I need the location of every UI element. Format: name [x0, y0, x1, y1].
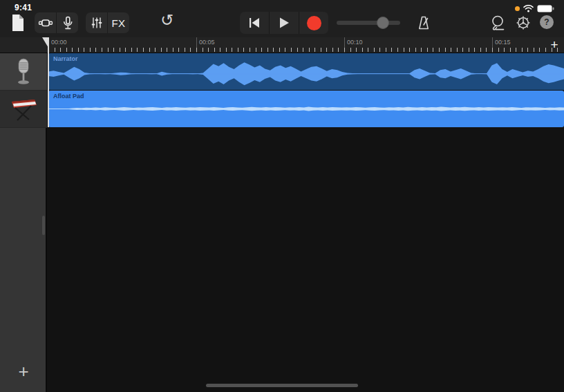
ruler-tick — [451, 48, 451, 52]
track-header-afloat-pad[interactable] — [0, 91, 47, 128]
ruler-tick — [527, 48, 528, 52]
ruler-tick — [66, 48, 67, 52]
recorder-view-icon — [37, 15, 54, 31]
ruler-tick — [534, 48, 534, 52]
ruler-tick — [125, 48, 126, 52]
add-section-button[interactable]: + — [548, 37, 561, 53]
ruler-tick — [445, 48, 446, 52]
plus-icon: + — [18, 361, 28, 382]
playhead-flag-icon[interactable] — [42, 37, 48, 48]
fx-button[interactable]: FX — [107, 12, 129, 33]
ruler-tick — [72, 48, 73, 52]
vintage-microphone-icon — [13, 57, 34, 87]
ruler-tick — [196, 48, 197, 52]
garageband-app: 9:41 — [0, 0, 564, 392]
microphone-toolbar-icon — [59, 15, 76, 31]
ruler-tick — [344, 48, 345, 52]
my-songs-button[interactable] — [8, 13, 28, 32]
rewind-icon — [247, 17, 261, 29]
ruler-tick — [421, 48, 422, 52]
ruler-time-label: 00:10 — [347, 39, 363, 46]
ruler-tick — [539, 48, 540, 52]
ruler-tick — [480, 48, 481, 52]
ruler-tick — [409, 48, 410, 52]
ruler-tick — [60, 48, 61, 52]
record-mic-button[interactable] — [56, 12, 78, 33]
track-controls-button[interactable] — [86, 12, 107, 33]
loop-browser-button[interactable] — [489, 14, 507, 32]
fx-label: FX — [111, 17, 125, 29]
ruler-tick — [433, 48, 433, 52]
ruler-tick — [102, 48, 102, 52]
ruler-tick — [516, 48, 516, 52]
ruler-tick — [167, 48, 167, 52]
ruler-tick — [185, 48, 185, 52]
ruler-tick — [557, 48, 558, 52]
ruler-tick — [314, 48, 315, 52]
region-label: Narrator — [53, 55, 78, 62]
ruler-tick — [374, 48, 375, 52]
ruler-tick — [350, 48, 351, 52]
ruler-tick — [362, 48, 363, 52]
ruler-tick — [386, 48, 386, 52]
ruler-tick — [285, 48, 285, 52]
ruler-tick — [95, 48, 96, 52]
ruler-tick — [261, 48, 262, 52]
ruler-tick — [243, 48, 244, 52]
ruler-tick — [545, 48, 546, 52]
ruler-tick — [267, 48, 268, 52]
region-afloat-pad[interactable]: Afloat Pad — [48, 91, 564, 127]
metronome-button[interactable] — [415, 14, 433, 32]
ruler-tick — [220, 48, 220, 52]
record-icon — [307, 16, 321, 30]
ruler-tick — [226, 48, 227, 52]
ruler-tick — [303, 48, 303, 52]
undo-button[interactable]: ↺ — [158, 10, 177, 30]
ruler-tick — [214, 48, 215, 52]
ruler-tick — [120, 48, 120, 52]
ruler-tick — [84, 48, 84, 52]
settings-gear-icon — [515, 15, 532, 31]
volume-slider[interactable] — [337, 17, 400, 28]
ruler-tick — [552, 48, 552, 52]
ruler-tick — [404, 48, 404, 52]
ruler-tick — [356, 48, 357, 52]
ruler-tick — [309, 48, 310, 52]
help-button[interactable]: ? — [540, 15, 554, 29]
instrument-view-button[interactable] — [35, 12, 56, 33]
record-button[interactable] — [299, 12, 328, 34]
play-icon — [278, 17, 290, 29]
ruler-tick — [415, 48, 416, 52]
ruler-tick — [321, 48, 321, 52]
ruler-tick — [397, 48, 398, 52]
ruler-tick — [379, 48, 380, 52]
tracks-canvas[interactable]: Narrator Afloat Pad — [47, 53, 564, 392]
orange-dot-indicator — [515, 6, 520, 11]
ruler-tick — [131, 48, 132, 52]
play-button[interactable] — [269, 12, 299, 34]
vertical-scrollbar[interactable] — [42, 216, 45, 235]
ruler-tick — [474, 48, 475, 52]
settings-button[interactable] — [514, 14, 532, 32]
ruler-time-label: 00:00 — [51, 39, 67, 46]
ruler-tick — [427, 48, 428, 52]
ruler-tick — [161, 48, 162, 52]
add-track-button[interactable]: + — [0, 357, 47, 385]
ruler-tick — [279, 48, 280, 52]
ruler-tick — [368, 48, 368, 52]
ruler-tick — [297, 48, 298, 52]
volume-slider-thumb[interactable] — [377, 17, 389, 29]
region-label: Afloat Pad — [53, 93, 84, 100]
undo-icon: ↺ — [160, 11, 173, 29]
ruler-tick — [492, 48, 493, 52]
playhead[interactable] — [48, 37, 49, 127]
ruler-tick — [439, 48, 440, 52]
ruler-time-label: 00:15 — [495, 39, 511, 46]
ruler[interactable]: + 00:0000:0500:1000:15 — [0, 37, 564, 53]
ruler-tick — [332, 48, 333, 52]
ruler-tick — [462, 48, 463, 52]
rewind-button[interactable] — [240, 12, 269, 34]
region-narrator[interactable]: Narrator — [48, 53, 564, 90]
track-header-narrator[interactable] — [0, 53, 47, 91]
horizontal-scrollbar[interactable] — [206, 384, 358, 387]
